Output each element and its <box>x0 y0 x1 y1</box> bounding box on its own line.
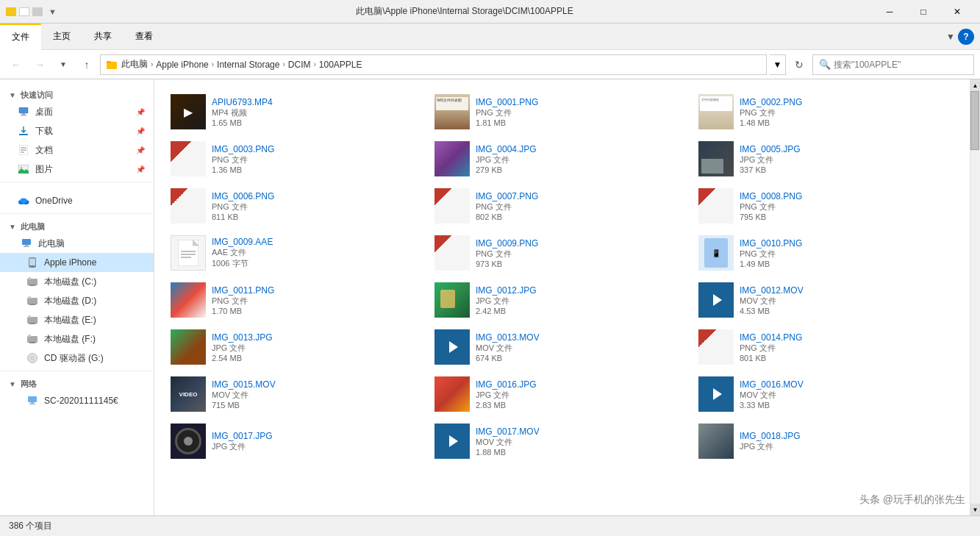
file-item-img0009-png[interactable]: IMG_0009.PNG PNG 文件 973 KB <box>430 229 694 276</box>
back-button[interactable]: ← <box>6 54 26 75</box>
forward-button[interactable]: → <box>29 54 50 75</box>
file-info-img0013-jpg: IMG_0013.JPG JPG 文件 2.54 MB <box>212 332 426 362</box>
file-item-img0009-aae[interactable]: IMG_0009.AAE AAE 文件 1006 字节 <box>166 229 430 276</box>
file-thumb-img0003 <box>171 141 206 176</box>
maximize-button[interactable]: □ <box>906 0 940 24</box>
file-item-img0012-jpg[interactable]: IMG_0012.JPG JPG 文件 2.42 MB <box>430 276 694 324</box>
help-button[interactable]: ? <box>958 29 974 45</box>
breadcrumb-iphone[interactable]: Apple iPhone <box>156 60 208 70</box>
file-item-img0012-mov[interactable]: IMG_0012.MOV MOV 文件 4.53 MB <box>694 276 958 324</box>
search-input[interactable] <box>834 60 968 70</box>
file-thumb-img0008 <box>698 188 734 224</box>
file-item-img0010[interactable]: 📱 IMG_0010.PNG PNG 文件 1.49 MB <box>694 229 958 276</box>
file-name-img0007: IMG_0007.PNG <box>476 191 690 201</box>
file-item-img0002[interactable]: 文件内容预览 IMG_0002.PNG PNG 文件 1.48 MB <box>694 88 958 135</box>
file-item-img0007[interactable]: IMG_0007.PNG PNG 文件 802 KB <box>430 182 694 229</box>
file-item-img0011[interactable]: IMG_0011.PNG PNG 文件 1.70 MB <box>166 276 430 324</box>
file-type-img0008: PNG 文件 <box>740 201 954 212</box>
file-item-img0017-jpg[interactable]: IMG_0017.JPG JPG 文件 <box>166 418 430 465</box>
download-pin-icon: 📌 <box>136 127 145 135</box>
file-item-img0013-mov[interactable]: IMG_0013.MOV MOV 文件 674 KB <box>430 324 694 371</box>
sidebar-item-cd-g[interactable]: CD 驱动器 (G:) <box>0 349 154 368</box>
svg-rect-36 <box>28 396 37 402</box>
sidebar-item-network-pc[interactable]: SC-20201111145€ <box>0 391 154 410</box>
file-item-apiu6793[interactable]: ▶ APIU6793.MP4 MP4 视频 1.65 MB <box>166 88 430 135</box>
file-item-img0004[interactable]: IMG_0004.JPG JPG 文件 279 KB <box>430 135 694 182</box>
file-size-img0011: 1.70 MB <box>212 307 426 315</box>
file-item-img0018-jpg[interactable]: IMG_0018.JPG JPG 文件 <box>694 418 958 465</box>
sidebar-item-disk-d-label: 本地磁盘 (D:) <box>44 295 96 307</box>
sidebar-item-network-pc-label: SC-20201111145€ <box>44 396 118 406</box>
svg-marker-44 <box>449 341 458 353</box>
scrollbar-down[interactable]: ▼ <box>970 504 981 515</box>
menu-tab-file[interactable]: 文件 <box>0 24 41 50</box>
file-size-img0013-jpg: 2.54 MB <box>212 354 426 362</box>
file-info-img0012-jpg: IMG_0012.JPG JPG 文件 2.42 MB <box>476 285 690 315</box>
desktop-pin-icon: 📌 <box>136 108 145 116</box>
address-dropdown-button[interactable]: ▼ <box>770 54 786 75</box>
expand-icon[interactable]: ▼ <box>946 32 955 42</box>
sidebar-item-desktop-label: 桌面 <box>35 106 53 118</box>
file-item-img0008[interactable]: IMG_0008.PNG PNG 文件 795 KB <box>694 182 958 229</box>
file-item-img0013-jpg[interactable]: IMG_0013.JPG JPG 文件 2.54 MB <box>166 324 430 371</box>
sidebar-item-desktop[interactable]: 桌面 📌 <box>0 102 154 121</box>
sidebar-item-onedrive[interactable]: OneDrive <box>0 191 154 210</box>
content-area: ▶ APIU6793.MP4 MP4 视频 1.65 MB IMG文件列表图 <box>154 79 970 515</box>
sidebar-item-apple-iphone[interactable]: Apple iPhone <box>0 253 154 272</box>
file-item-img0003[interactable]: IMG_0003.PNG PNG 文件 1.36 MB <box>166 135 430 182</box>
sidebar-section-quick-access: ▼ 快速访问 <box>0 85 154 102</box>
menu-tab-share[interactable]: 共享 <box>82 24 124 50</box>
title-bar-controls: ─ □ ✕ <box>873 0 974 24</box>
file-type-img0010: PNG 文件 <box>740 249 954 260</box>
menu-tab-view[interactable]: 查看 <box>124 24 165 50</box>
scrollbar[interactable]: ▲ ▼ <box>970 79 980 515</box>
sidebar-item-download[interactable]: 下载 📌 <box>0 121 154 140</box>
sidebar-item-pictures[interactable]: 图片 📌 <box>0 160 154 179</box>
sidebar-item-disk-e[interactable]: 本地磁盘 (E:) <box>0 310 154 329</box>
svg-marker-46 <box>449 435 458 447</box>
file-type-img0006: PNG 文件 <box>212 201 426 212</box>
menu-tab-home[interactable]: 主页 <box>41 24 82 50</box>
sidebar-item-thispc[interactable]: 此电脑 <box>0 234 154 253</box>
minimize-button[interactable]: ─ <box>873 0 906 24</box>
quick-access-label: 快速访问 <box>21 90 53 101</box>
address-path[interactable]: 此电脑 › Apple iPhone › Internal Storage › … <box>100 54 767 75</box>
sidebar-item-disk-f[interactable]: 本地磁盘 (F:) <box>0 329 154 349</box>
breadcrumb-thispc[interactable]: 此电脑 <box>121 58 148 71</box>
svg-point-31 <box>29 342 36 343</box>
folder-icon-white <box>19 7 29 16</box>
file-item-img0001[interactable]: IMG文件列表图 IMG_0001.PNG PNG 文件 1.81 MB <box>430 88 694 135</box>
file-item-img0017-mov[interactable]: IMG_0017.MOV MOV 文件 1.88 MB <box>430 418 694 465</box>
download-icon <box>18 125 29 137</box>
svg-point-14 <box>20 199 27 204</box>
sidebar-item-disk-d[interactable]: 本地磁盘 (D:) <box>0 291 154 310</box>
file-thumb-img0017-mov <box>434 424 470 459</box>
file-item-img0016-jpg[interactable]: IMG_0016.JPG JPG 文件 2.83 MB <box>430 371 694 418</box>
file-item-img0014[interactable]: IMG_0014.PNG PNG 文件 801 KB <box>694 324 958 371</box>
sidebar-item-disk-c[interactable]: 本地磁盘 (C:) <box>0 272 154 291</box>
recent-locations-button[interactable]: ▼ <box>53 54 74 75</box>
file-thumb-img0012-jpg <box>434 282 470 318</box>
file-item-img0016-mov[interactable]: IMG_0016.MOV MOV 文件 3.33 MB <box>694 371 958 418</box>
sidebar-item-documents[interactable]: 文档 📌 <box>0 140 154 160</box>
file-item-img0006[interactable]: IMG_0006.PNG PNG 文件 811 KB <box>166 182 430 229</box>
sidebar-section-network: ▼ 网络 <box>0 374 154 391</box>
file-type-img0003: PNG 文件 <box>212 154 426 165</box>
close-button[interactable]: ✕ <box>940 0 974 24</box>
refresh-button[interactable]: ↻ <box>789 54 809 75</box>
file-item-img0015[interactable]: VIDEO IMG_0015.MOV MOV 文件 715 MB <box>166 371 430 418</box>
scrollbar-up[interactable]: ▲ <box>970 79 981 91</box>
breadcrumb-storage[interactable]: Internal Storage <box>217 60 279 70</box>
file-size-img0016-jpg: 2.83 MB <box>476 401 690 410</box>
file-item-img0005[interactable]: IMG_0005.JPG JPG 文件 337 KB <box>694 135 958 182</box>
breadcrumb-100apple[interactable]: 100APPLE <box>319 60 362 70</box>
file-info-img0007: IMG_0007.PNG PNG 文件 802 KB <box>476 191 690 221</box>
file-thumb-img0012-mov <box>698 282 734 318</box>
breadcrumb-dcim[interactable]: DCIM <box>288 60 311 70</box>
file-info-img0006: IMG_0006.PNG PNG 文件 811 KB <box>212 191 426 221</box>
up-button[interactable]: ↑ <box>76 54 97 75</box>
file-thumb-img0013-jpg <box>171 329 206 365</box>
scrollbar-thumb[interactable] <box>970 91 979 150</box>
file-name-img0009-aae: IMG_0009.AAE <box>212 237 426 247</box>
documents-pin-icon: 📌 <box>136 146 145 154</box>
